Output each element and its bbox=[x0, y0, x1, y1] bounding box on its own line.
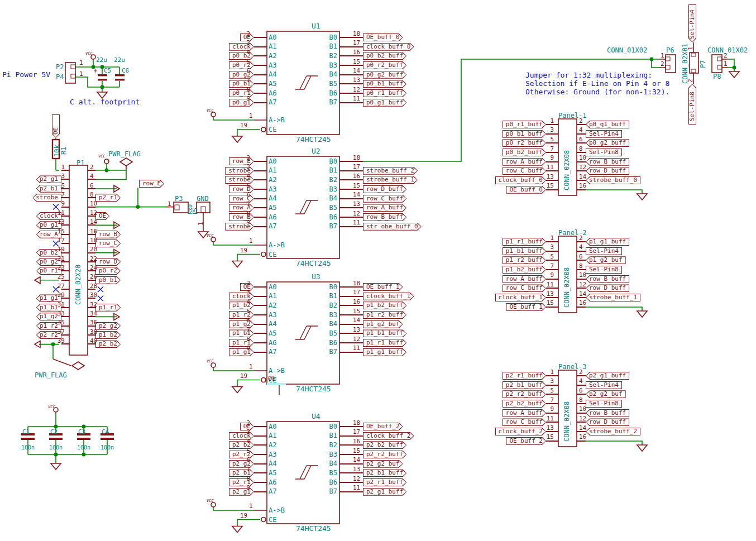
p5-ref[interactable]: P5 bbox=[193, 208, 198, 214]
panel-pin-row[interactable]: 16 bbox=[577, 436, 672, 446]
panel3-title[interactable]: Panel-3 bbox=[558, 363, 587, 370]
net-label[interactable]: p0_r2_buff bbox=[503, 139, 546, 147]
net-label[interactable]: clock bbox=[229, 43, 254, 51]
ic-pin-row[interactable]: clock3 bbox=[189, 291, 267, 301]
net-label[interactable]: row_C_buff bbox=[363, 195, 406, 203]
net-label[interactable]: row_D bbox=[95, 258, 121, 266]
net-label[interactable]: row_C bbox=[95, 240, 121, 247]
ic-pin-row[interactable]: p0_b17 bbox=[189, 79, 267, 89]
net-label[interactable]: row_D_buff bbox=[586, 167, 629, 175]
c3-ref[interactable]: C3 bbox=[78, 429, 85, 435]
u1-ref[interactable]: U1 bbox=[312, 22, 320, 30]
u2-part-name[interactable]: 74HCT245 bbox=[296, 260, 331, 267]
panel-pin-row[interactable]: Sel-Pin44 bbox=[577, 380, 672, 390]
panel-pin-row[interactable]: Sel-Pin88 bbox=[577, 148, 672, 157]
p1-pin-row[interactable]: 20 bbox=[88, 248, 199, 257]
p4-ref[interactable]: P4 bbox=[56, 74, 64, 80]
ic-pin-row[interactable]: p1_r25 bbox=[189, 310, 267, 320]
panel-pin-row[interactable]: row_D_buff12 bbox=[577, 284, 672, 293]
p1-pin-row[interactable]: strobe 7 bbox=[0, 193, 69, 202]
panel-pin-row[interactable]: row_D_buff12 bbox=[577, 418, 672, 427]
net-label[interactable]: clock_buff_0 bbox=[495, 176, 546, 184]
p1-pin-row[interactable]: 1 bbox=[0, 166, 69, 175]
p1-pin-row[interactable]: p2_g2 36 bbox=[88, 321, 199, 330]
net-label[interactable]: p2_r1 bbox=[229, 478, 254, 486]
ic-pin-row[interactable]: p0_b24 bbox=[189, 51, 267, 61]
pwr-flag-label-bottom[interactable]: PWR_FLAG bbox=[35, 372, 67, 379]
net-label[interactable]: p0_r1_buff bbox=[503, 121, 546, 128]
net-label[interactable]: clock bbox=[229, 293, 254, 300]
net-label[interactable]: p2_g2_buf bbox=[363, 460, 403, 468]
net-label[interactable]: p1_r1 bbox=[229, 339, 254, 347]
net-label[interactable]: row_C_buff bbox=[503, 284, 546, 292]
panel-pin-row[interactable]: p0_b2_buff7 bbox=[477, 148, 558, 157]
panel-pin-row[interactable]: Sel-Pin88 bbox=[577, 265, 672, 275]
panel-pin-row[interactable]: p2_r2_buff5 bbox=[477, 390, 558, 399]
u3-ref[interactable]: U3 bbox=[312, 273, 320, 280]
net-label[interactable]: Sel-Pin8 bbox=[586, 266, 622, 274]
sel-pin8-net-label[interactable]: Sel-Pin8 bbox=[688, 84, 696, 125]
u3-oe-overlay-label[interactable]: OE bbox=[268, 375, 276, 382]
panel-pin-row[interactable]: p0_g1_buff2 bbox=[577, 120, 672, 130]
net-label[interactable]: row_B bbox=[229, 213, 254, 221]
net-label[interactable]: p1_b2_buff bbox=[503, 266, 546, 274]
net-label[interactable]: p2_b1 bbox=[36, 185, 61, 193]
net-label[interactable]: OE_buff_0 bbox=[363, 33, 403, 41]
c-alt-note[interactable]: C alt. footprint bbox=[70, 98, 140, 106]
net-label[interactable]: p2_r1 bbox=[95, 194, 121, 202]
net-label[interactable]: p0_r1 bbox=[229, 89, 254, 97]
u4-ref[interactable]: U4 bbox=[312, 413, 320, 420]
ic-pin-row[interactable]: p0_r25 bbox=[189, 61, 267, 70]
net-label[interactable]: p2_b2 bbox=[95, 340, 121, 348]
net-label[interactable]: strobe_buff_2 bbox=[363, 167, 418, 175]
p2-ref[interactable]: P2 bbox=[56, 64, 64, 70]
net-label[interactable]: row_C_buff bbox=[503, 167, 546, 175]
p1-pin-row[interactable]: p0_r2 24 bbox=[88, 266, 199, 275]
net-label[interactable]: row_E bbox=[229, 157, 254, 165]
pwr-flag-label-top[interactable]: PWR_FLAG bbox=[108, 151, 141, 157]
net-label[interactable]: OE bbox=[95, 212, 109, 220]
panel-pin-row[interactable]: row_B_buff10 bbox=[577, 157, 672, 166]
net-label[interactable]: p0_b2_buff bbox=[363, 52, 406, 60]
net-label[interactable]: Sel-Pin4 bbox=[586, 381, 622, 389]
u1-part-name[interactable]: 74HCT245 bbox=[296, 136, 331, 143]
oe-net-label-vertical[interactable]: OE bbox=[52, 114, 60, 138]
p1-pin-row[interactable]: 14 bbox=[88, 221, 199, 229]
net-label[interactable]: row_B_buff bbox=[586, 158, 629, 166]
ic-pin-row[interactable]: p0_r18 bbox=[189, 89, 267, 98]
net-label[interactable]: OE_buff_1 bbox=[363, 283, 403, 291]
ic-pin-row[interactable]: row_A7 bbox=[189, 203, 267, 213]
panel-pin-row[interactable]: p1_r1_buff1 bbox=[477, 237, 558, 247]
panel-pin-row[interactable]: p2_g2_buf6 bbox=[577, 390, 672, 399]
net-label[interactable]: row_C_buff bbox=[503, 418, 546, 426]
ic-pin-row[interactable]: p0_g1_buff11 bbox=[339, 98, 473, 107]
c5-value[interactable]: 22u bbox=[96, 57, 107, 63]
net-label[interactable]: clock_buff_2 bbox=[495, 428, 546, 435]
net-label[interactable]: p1_r1_buff bbox=[503, 238, 546, 246]
net-label[interactable]: strobe bbox=[32, 194, 61, 202]
p1-pin-row[interactable]: 39 bbox=[0, 339, 69, 348]
net-label[interactable]: row_D_buff bbox=[586, 418, 629, 426]
panel-pin-row[interactable]: p1_g1_buff2 bbox=[577, 237, 672, 247]
net-label[interactable]: strobe_buff_0 bbox=[586, 176, 640, 184]
p1-pin-row[interactable]: p2_b1 5 bbox=[0, 184, 69, 193]
net-label[interactable]: p2_r2 bbox=[229, 451, 254, 458]
net-label[interactable]: p0_b1 bbox=[95, 276, 121, 284]
net-label[interactable]: OE_buff_2 bbox=[506, 437, 546, 445]
p1-pin-row[interactable]: 2 bbox=[88, 166, 199, 175]
net-label[interactable]: row_A_buff bbox=[503, 409, 546, 417]
ic-pin-row[interactable]: p2_g19 bbox=[189, 487, 267, 496]
net-label[interactable]: row_D bbox=[229, 185, 254, 193]
net-label[interactable]: p1_g1_buff bbox=[586, 238, 629, 246]
net-label[interactable]: Sel-Pin8 bbox=[586, 149, 622, 156]
panel-pin-row[interactable]: p0_r1_buff1 bbox=[477, 120, 558, 130]
panel-pin-row[interactable]: row_B_buff10 bbox=[577, 274, 672, 284]
net-label[interactable]: p1_b2 bbox=[95, 331, 121, 339]
net-label[interactable]: p2_r1_buff bbox=[363, 478, 406, 486]
ic-pin-row[interactable]: OE2 bbox=[189, 33, 267, 42]
p3-ref[interactable]: P3 bbox=[175, 195, 183, 202]
panel-pin-row[interactable]: row_D_buff12 bbox=[577, 166, 672, 176]
panel-pin-row[interactable]: p1_b2_buff7 bbox=[477, 265, 558, 275]
net-label[interactable]: OE_buff_0 bbox=[506, 186, 546, 194]
ic-pin-row[interactable]: p2_r25 bbox=[189, 450, 267, 459]
